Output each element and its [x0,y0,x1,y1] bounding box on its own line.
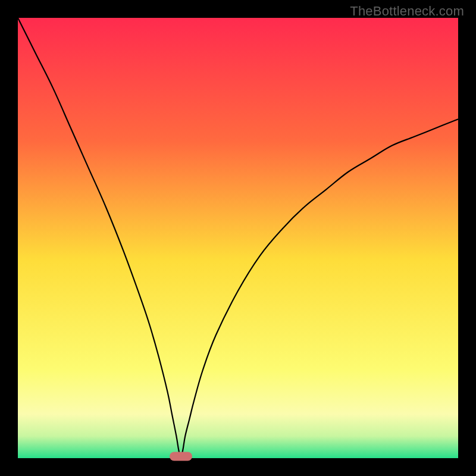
bottleneck-chart-svg [18,18,458,458]
plot-area [18,18,458,458]
gradient-background [18,18,458,458]
attribution-watermark: TheBottleneck.com [350,4,464,19]
chart-container: TheBottleneck.com [0,0,476,476]
bottleneck-marker [170,452,192,461]
